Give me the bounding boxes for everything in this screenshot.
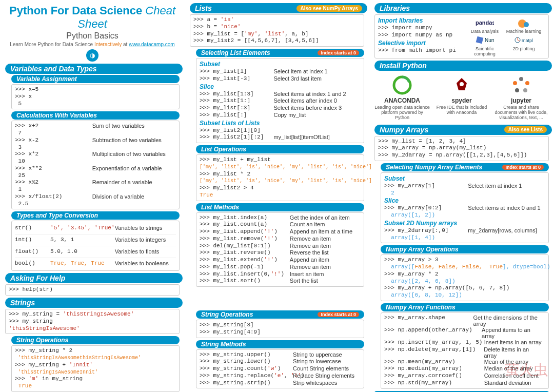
desc-calc: Subtraction of two variables [92,137,164,151]
subsection-types: Types and Type Conversion [11,211,180,220]
box-numpy: >>> my_list = [1, 2, 3, 4] >>> my_array … [374,136,549,161]
desc-type: Variables to integers [115,237,166,244]
box-calculations: >>> x+2 7Sum of two variables>>> x-2 3Su… [11,121,180,209]
subsection-list-ops: List Operations [196,145,364,153]
svg-text:matplotlib: matplotlib [522,38,533,43]
desc-line: Remove an item [290,243,333,250]
subsection-np-select: Selecting Numpy Array Elements Index sta… [381,163,549,171]
pill-see-lists: Also see Lists [504,126,547,133]
section-lists: Lists Also see NumPy Arrays [190,3,367,13]
box-selecting-list: Subset >>> my_list[1]Select item at inde… [196,58,364,143]
code-line: >>> my_list.reverse() [200,249,290,257]
code-calc: >>> x*2 10 [15,151,92,165]
desc-line: my_list[list][itemOfList] [273,134,331,141]
desc-line: Remove an item [290,264,333,271]
box-string-ops-1: >>> my_string * 2 'thisStringIsAwesometh… [11,345,180,392]
install-jupyter: jupyterCreate and share documents with l… [493,75,549,121]
box-np-select: Subset >>> my_array[1]Select item at ind… [381,172,549,244]
code-line: >>> my_list.append('!') [200,228,290,236]
svg-point-14 [515,88,519,92]
desc-line: Copy my_list [273,112,308,119]
lib-icon-pandas: pandasData analysis [467,17,503,34]
subsection-list-methods: List Methods [196,203,364,211]
code-type-ex: 5.0, 1.0 [50,248,115,256]
svg-point-12 [525,81,529,85]
svg-rect-5 [476,36,484,44]
code-calc: >>> x-2 3 [15,137,92,151]
code-line: >>> my_string.replace('e', 'i') [200,373,293,380]
desc-line: Insert an item [290,271,326,278]
svg-text:NumPy: NumPy [485,37,494,43]
code-line: >>> my_list.sort() [200,278,290,285]
box-install: ANACONDALeading open data science platfo… [371,72,552,124]
heading-lol: Subset Lists of Lists [200,120,361,127]
box-strings: >>> my_string = 'thisStringIsAwesome' >>… [5,309,180,334]
code-line: >>> my_list[:3] [200,105,273,112]
lib-icon-matplotlib: matplotlib2D plotting [506,35,542,56]
desc-line: Insert items in an array [484,339,544,346]
desc-type: Variables to strings [115,225,163,232]
subsection-string-ops-1: String Operations [11,336,180,344]
code-calc: >>> x%2 1 [15,179,92,193]
heading-slice: Slice [200,83,361,90]
code-line: >>> my_list[1:3] [200,91,273,98]
code-line: >>> my_list.remove('!') [200,236,290,243]
svg-point-4 [524,22,529,27]
svg-point-10 [460,82,464,86]
box-np-ops: >>> my_array > 3 array([False, False, Fa… [381,254,549,301]
box-np-fn: >>> my_array.shapeGet the dimensions of … [381,312,549,389]
subsection-string-methods: String Methods [196,340,364,348]
cheatsheet-header: Python For Data Science Cheat Sheet Pyth… [2,2,183,63]
code-line: >>> my_list[:] [200,112,273,119]
code-type-fn: float() [15,248,50,256]
desc-line: Select item at index 1 [273,68,329,75]
code-type-ex: '5', '3.45', 'True' [50,225,115,232]
desc-line: Select items after index 0 [273,97,339,105]
learn-text-c: at [122,42,129,47]
desc-line: String to lowercase [293,358,343,365]
code-line: >>> my_array.corrcoef() [384,373,484,380]
datacamp-link[interactable]: www.datacamp.com [129,42,174,47]
title-a: Python For Data Science [9,4,145,17]
lib-icon-scikit: Machine learning [506,17,542,34]
code-line: >>> my_list.index(a) [200,214,290,222]
desc-line: Remove an item [290,236,333,243]
desc-calc: Exponentiation of a variable [92,165,164,180]
pill-index-0-c: Index starts at 0 [502,165,544,170]
desc-line: Get the index of an item [290,214,352,222]
desc-line: Count String elements [293,365,351,373]
desc-line: Append items to an array [482,327,545,339]
pill-index-0-b: Index starts at 0 [318,312,359,317]
svg-text:pandas: pandas [476,19,494,26]
box-string-ops-2: >>> my_string[3] >>> my_string[4:9] [196,320,364,338]
desc-line: Count an item [290,221,327,228]
section-strings: Strings [5,298,183,308]
section-libraries: Libraries [374,3,552,13]
box-lists: >>> a = 'is' >>> b = 'nice' >>> my_list … [190,14,364,47]
desc-line: String to uppercase [293,351,344,359]
desc-calc: Sum of two variables [92,123,147,137]
code-line: >>> my_string.lower() [200,358,293,365]
subsection-variable-assignment: Variable Assignment [11,75,180,83]
desc-calc: Multiplication of two variables [92,151,168,165]
box-string-methods: >>> my_string.upper()String to uppercase… [196,349,364,389]
code-assign: >>> x=5 >>> x 5 [15,86,176,107]
code-type-ex: 5, 3, 1 [50,237,115,244]
learn-text-a: Learn More Python for Data Science [10,42,94,47]
box-help: >>> help(str) [5,284,180,296]
subsection-np-fn: Numpy Array Functions [381,303,549,311]
subsection-calculations: Calculations With Variables [11,111,180,120]
heading-import-libs: Import libraries [378,17,460,24]
code-line: >>> np.median(my_array) [384,365,484,373]
code-line: >>> np.mean(my_array) [384,359,484,366]
subsection-selecting-list: Selecting List Elements Index starts at … [196,49,364,57]
code-calc: >>> x**2 25 [15,165,92,180]
desc-line: Delete items in an array [484,346,545,359]
section-install: Install Python [374,61,552,71]
desc-calc: Remainder of a variable [92,179,154,193]
box-libraries: Import libraries >>> import numpy >>> im… [374,14,549,58]
learn-text-b: Interactively [94,42,122,47]
heading-selective-import: Selective import [378,40,460,47]
code-type-fn: int() [15,237,50,244]
desc-line: Select items at index 1 and 2 [273,91,348,98]
